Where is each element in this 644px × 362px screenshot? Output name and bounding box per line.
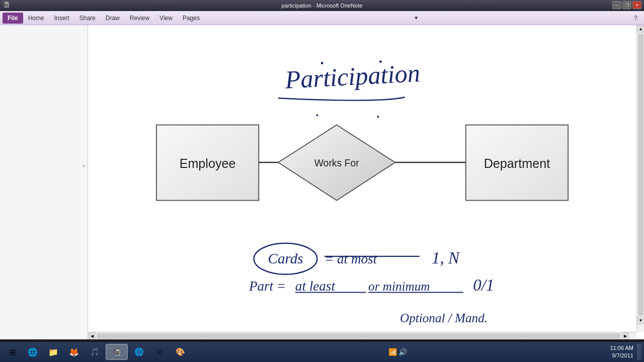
taskbar-folder-button[interactable]: 📁 [44,344,63,360]
menu-share[interactable]: Share [74,13,101,24]
svg-text:Cards: Cards [268,250,303,266]
svg-text:0/1: 0/1 [473,276,494,294]
scroll-right-arrow[interactable]: ▶ [621,332,629,339]
svg-point-0 [321,62,324,64]
close-button[interactable]: ✕ [632,1,641,9]
diagram-title: Participation [284,59,421,94]
main-content: Participation Employee Department Works … [88,25,644,339]
svg-text:Part =: Part = [249,279,286,294]
menu-home[interactable]: Home [23,13,49,24]
scroll-up-arrow[interactable]: ▲ [637,25,644,33]
app-icon: 📓 [3,1,10,8]
taskbar-paint-button[interactable]: 🎨 [171,344,190,360]
svg-point-19 [316,114,318,116]
entity1-label: Employee [180,156,236,170]
svg-text:Optional / Mand.: Optional / Mand. [400,311,488,325]
restore-button[interactable]: ❐ [622,1,631,9]
menu-pages[interactable]: Pages [178,13,205,24]
taskbar-network-button[interactable]: 🌐 [129,344,148,360]
menu-file[interactable]: File [3,13,23,24]
window-controls: ─ ❐ ✕ [612,1,641,9]
svg-rect-2 [156,125,259,200]
title-bar: 📓 participation - Microsoft OneNote ─ ❐ … [0,0,644,11]
diagram-svg: Participation Employee Department Works … [88,25,636,332]
svg-text:at least: at least [295,279,336,294]
show-desktop-button[interactable] [637,344,641,360]
menu-view[interactable]: View [154,13,178,24]
menu-expand-icon[interactable]: ▼ [411,13,421,23]
scroll-left-arrow[interactable]: ◀ [88,332,96,339]
scroll-down-arrow[interactable]: ▼ [637,317,644,324]
vertical-scrollbar[interactable]: ▲ ▼ [636,25,644,332]
taskbar-chrome-button[interactable]: ⊙ [150,344,169,360]
svg-point-20 [377,116,379,118]
tray-speaker-icon: 🔊 [398,348,407,356]
menu-review[interactable]: Review [125,13,154,24]
sidebar-expand[interactable]: ≡ [83,163,85,168]
clock-date: 9/7/2011 [610,352,633,359]
svg-point-1 [379,60,382,63]
relationship-label: Works For [314,157,359,168]
left-sidebar: ≡ [0,25,88,339]
clock-time: 11:06 AM [610,344,633,352]
windows-button[interactable]: ⊞ [3,344,22,360]
taskbar: ⊞ 🌐 📁 🦊 🎵 📓 🌐 ⊙ 🎨 📶 🔊 11:06 AM 9/7/2011 [0,342,644,362]
entity2-label: Department [484,156,550,170]
menu-help[interactable]: ? [630,13,641,24]
taskbar-media-button[interactable]: 🎵 [85,344,104,360]
svg-text:or minimum: or minimum [368,280,430,293]
tray-network-icon: 📶 [388,348,397,356]
svg-rect-3 [466,125,568,200]
minimize-button[interactable]: ─ [612,1,621,9]
menu-draw[interactable]: Draw [101,13,125,24]
taskbar-firefox-button[interactable]: 🦊 [64,344,84,360]
system-tray: 📶 🔊 [388,348,407,356]
scroll-thumb-v[interactable] [638,34,643,316]
window-title: participation - Microsoft OneNote [282,3,363,9]
menu-bar: File Home Insert Share Draw Review View … [0,11,644,25]
taskbar-clock[interactable]: 11:06 AM 9/7/2011 [610,344,636,360]
svg-point-7 [254,243,317,275]
taskbar-ie-button[interactable]: 🌐 [23,344,42,360]
taskbar-onenote-button[interactable]: 📓 [106,344,128,360]
canvas-area[interactable]: Participation Employee Department Works … [88,25,636,332]
horizontal-scrollbar[interactable]: ◀ ▶ [88,332,636,339]
svg-text:1, N: 1, N [432,249,460,267]
scroll-thumb-h[interactable] [97,333,620,339]
menu-insert[interactable]: Insert [49,13,74,24]
title-bar-left: 📓 [3,1,10,8]
svg-text:= at most: = at most [325,251,378,266]
svg-marker-4 [278,125,395,200]
